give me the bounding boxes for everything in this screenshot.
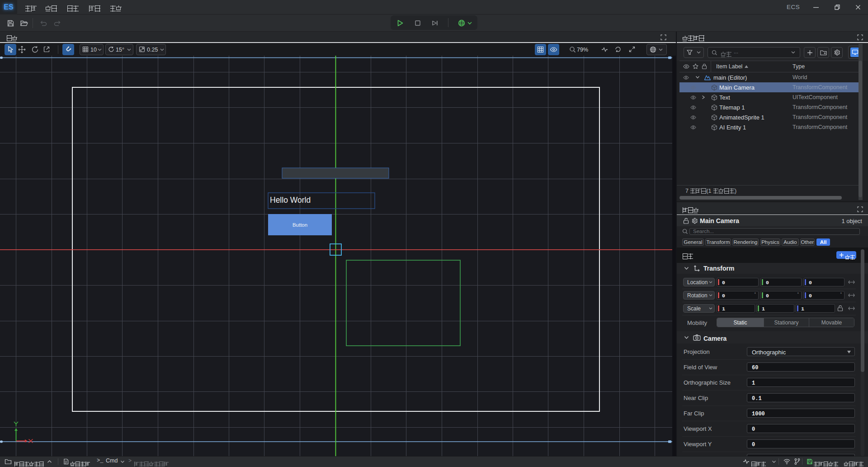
- svg-text:Hello World: Hello World: [270, 195, 311, 205]
- svg-text:Button: Button: [292, 222, 307, 228]
